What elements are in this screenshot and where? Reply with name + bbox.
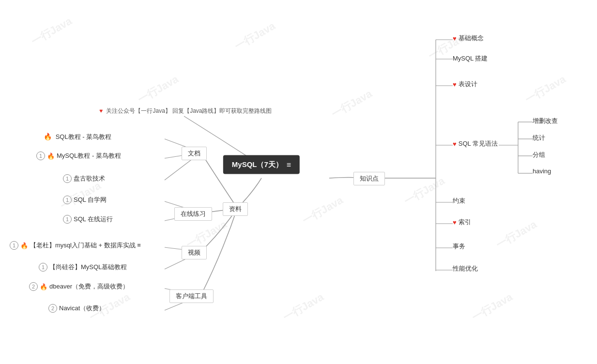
fire-icon-dbeaver: 🔥 — [40, 283, 47, 290]
node-biaosheji: ♥ 表设计 — [453, 80, 477, 89]
heart-jichu: ♥ — [453, 35, 457, 42]
badge-1: 1 — [36, 152, 45, 160]
node-navicat: 2 Navicat（收费） — [48, 304, 105, 313]
node-shiwu: 事务 — [453, 242, 465, 251]
node-sql-tutorial: 🔥 SQL教程 - 菜鸟教程 — [44, 133, 111, 141]
fire-icon-laodu: 🔥 — [20, 242, 28, 249]
biaosheji-label: 表设计 — [459, 80, 477, 89]
notice-text: ♥ 关注公众号【一行Java】 回复【Java路线】即可获取完整路线图 — [99, 106, 272, 116]
node-pangu: 1 盘古歌技术 — [63, 174, 105, 183]
having-label: having — [533, 167, 551, 175]
node-wendang: 文档 — [182, 147, 207, 160]
node-mysql-tutorial: 1 🔥 MySQL教程 - 菜鸟教程 — [36, 152, 121, 160]
node-having: having — [533, 167, 551, 175]
jichu-label: 基础概念 — [459, 34, 484, 43]
node-zaixian: 在线练习 — [174, 207, 212, 221]
badge-pangu: 1 — [63, 174, 72, 183]
fenzu-label: 分组 — [533, 151, 545, 158]
badge-shanggui: 1 — [39, 263, 47, 272]
badge-sql-self: 1 — [63, 196, 72, 204]
center-node[interactable]: MySQL（7天） ≡ — [223, 155, 300, 174]
node-zengshanggaica: 增删改查 — [533, 117, 558, 125]
badge-navicat: 2 — [48, 304, 57, 313]
sqlsyntax-label: SQL 常见语法 — [459, 139, 498, 148]
node-dajian: MySQL 搭建 — [453, 54, 488, 63]
wendang-label: 文档 — [188, 150, 200, 157]
dajian-label: MySQL 搭建 — [453, 55, 488, 62]
tongji-label: 统计 — [533, 134, 545, 141]
node-shanggui: 1 【尚硅谷】MySQL基础教程 — [39, 263, 127, 272]
fire-icon-mysql: 🔥 — [47, 152, 55, 160]
node-sqlsyntax: ♥ SQL 常见语法 — [453, 139, 498, 148]
node-ziliao: 资料 — [223, 202, 248, 216]
center-icon: ≡ — [287, 160, 291, 169]
node-laodu: 1 🔥 【老杜】mysql入门基础 + 数据库实战 ≡ — [10, 241, 141, 250]
node-yueshu: 约束 — [453, 197, 465, 205]
zengshanggaica-label: 增删改查 — [533, 117, 558, 124]
sql-run-label: SQL 在线运行 — [74, 215, 113, 224]
node-fenzu: 分组 — [533, 151, 545, 159]
heart-suoyin: ♥ — [453, 219, 457, 226]
mysql-tutorial-label: MySQL教程 - 菜鸟教程 — [57, 152, 121, 160]
xingneng-label: 性能优化 — [453, 265, 478, 272]
node-sql-run: 1 SQL 在线运行 — [63, 215, 113, 224]
sql-self-label: SQL 自学网 — [74, 196, 107, 204]
sql-tutorial-label: SQL教程 - 菜鸟教程 — [56, 133, 112, 140]
zhishidian-label: 知识点 — [360, 175, 379, 182]
node-suoyin: ♥ 索引 — [453, 218, 471, 227]
node-tongji: 统计 — [533, 134, 545, 142]
node-zhishidian: 知识点 — [353, 172, 385, 185]
zaixian-label: 在线练习 — [181, 210, 206, 217]
navicat-label: Navicat（收费） — [59, 304, 105, 313]
node-xingneng: 性能优化 — [453, 264, 478, 273]
heart-sqlsyntax: ♥ — [453, 140, 457, 148]
yueshu-label: 约束 — [453, 197, 465, 204]
laodu-label: 【老杜】mysql入门基础 + 数据库实战 ≡ — [30, 241, 141, 250]
node-kehu: 客户端工具 — [169, 289, 214, 303]
dbeaver-label: dbeaver（免费，高级收费） — [49, 282, 129, 291]
kehu-label: 客户端工具 — [176, 292, 207, 300]
badge-dbeaver: 2 — [29, 282, 38, 291]
node-dbeaver: 2 🔥 dbeaver（免费，高级收费） — [29, 282, 129, 291]
shipin-label: 视频 — [188, 249, 200, 256]
shanggui-label: 【尚硅谷】MySQL基础教程 — [49, 263, 127, 272]
node-jichu: ♥ 基础概念 — [453, 34, 484, 43]
pangu-label: 盘古歌技术 — [74, 174, 105, 183]
ziliao-label: 资料 — [229, 205, 242, 212]
badge-sql-run: 1 — [63, 215, 72, 224]
node-shipin: 视频 — [182, 246, 207, 259]
node-sql-self: 1 SQL 自学网 — [63, 196, 107, 204]
shiwu-label: 事务 — [453, 243, 465, 250]
badge-laodu: 1 — [10, 241, 18, 250]
suoyin-label: 索引 — [459, 218, 471, 227]
heart-biaosheji: ♥ — [453, 81, 457, 88]
center-label: MySQL（7天） — [232, 160, 283, 169]
